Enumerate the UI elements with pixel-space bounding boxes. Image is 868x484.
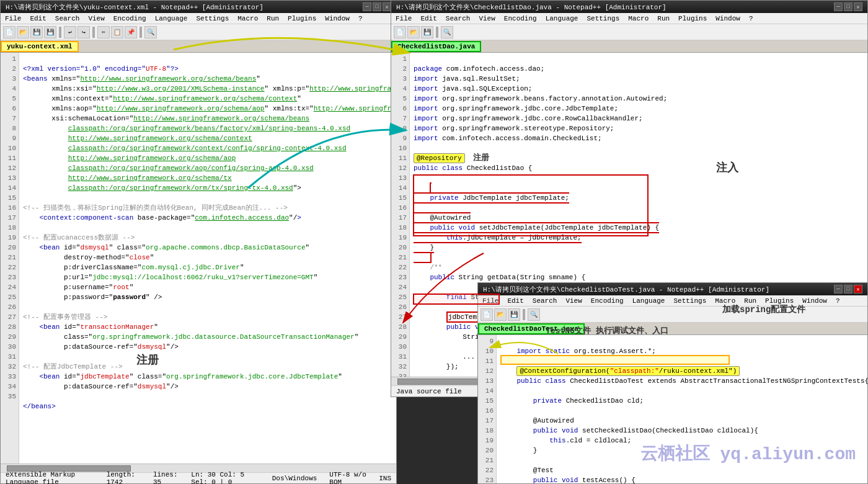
- dao-menu-language[interactable]: Language: [544, 14, 580, 23]
- xml-menu-window[interactable]: Window: [323, 14, 352, 23]
- dao-menu-encoding[interactable]: Encoding: [502, 14, 539, 23]
- dao-menu-help[interactable]: ?: [747, 14, 755, 23]
- xml-tab-label: yuku-context.xml: [7, 43, 73, 50]
- test-search-icon[interactable]: 🔍: [528, 308, 540, 321]
- test-menu-macro[interactable]: Macro: [713, 297, 737, 305]
- test-save-icon[interactable]: 💾: [508, 308, 520, 321]
- xml-menu-edit[interactable]: Edit: [28, 14, 48, 23]
- test-menu-view[interactable]: View: [564, 297, 583, 305]
- dao-title-text: H:\请拷贝到这个文件夹\CheckedlistDao.java - Notep…: [396, 2, 666, 12]
- copy-icon[interactable]: 📋: [111, 26, 123, 38]
- xml-menu-search[interactable]: Search: [53, 14, 82, 23]
- test-menu-settings[interactable]: Settings: [671, 297, 708, 305]
- test-code-content: import static org.testng.Assert.*; @Cont…: [497, 335, 867, 483]
- xml-maximize-btn[interactable]: □: [373, 2, 381, 11]
- search-toolbar-icon[interactable]: 🔍: [144, 26, 157, 38]
- xml-title-text: H:\请拷贝到这个文件夹\yuku-context.xml - Notepad+…: [6, 2, 264, 12]
- dao-menu-plugins[interactable]: Plugins: [676, 14, 709, 23]
- dao-tab[interactable]: CheckedlistDao.java: [391, 41, 481, 52]
- test-open-icon[interactable]: 📂: [494, 308, 507, 321]
- xml-file-type: eXtensible Markup Language file: [6, 471, 94, 485]
- xml-minimize-btn[interactable]: ─: [363, 2, 371, 11]
- test-code-area: 9101112131415161718192021222324 import s…: [478, 335, 867, 483]
- test-menu-help[interactable]: ?: [834, 297, 842, 305]
- xml-menu-file[interactable]: File: [3, 14, 23, 23]
- xml-menu-macro[interactable]: Macro: [236, 14, 260, 23]
- xml-dos-windows: Dos\Windows: [272, 475, 317, 482]
- dao-title-bar: H:\请拷贝到这个文件夹\CheckedlistDao.java - Notep…: [391, 1, 867, 13]
- dao-save-icon[interactable]: 💾: [421, 26, 433, 38]
- xml-window-controls[interactable]: ─ □ ✕: [363, 2, 391, 11]
- xml-menu-settings[interactable]: Settings: [194, 14, 231, 23]
- test-maximize-btn[interactable]: □: [844, 285, 852, 294]
- test-menu-window[interactable]: Window: [800, 297, 829, 305]
- dao-line-numbers: 1234567891011121314151617181920212223242…: [391, 53, 410, 377]
- xml-length: length: 1742: [107, 471, 141, 485]
- xml-code-area: 1234567891011121314151617181920212223242…: [1, 53, 396, 464]
- test-close-btn[interactable]: ✕: [854, 285, 862, 294]
- dao-menu-view[interactable]: View: [477, 14, 497, 23]
- xml-title-bar: H:\请拷贝到这个文件夹\yuku-context.xml - Notepad+…: [1, 1, 396, 13]
- xml-line-numbers: 1234567891011121314151617181920212223242…: [1, 53, 19, 464]
- test-tab-bar: CheckedlistDaoTest.java: [478, 323, 867, 335]
- xml-menu-run[interactable]: Run: [265, 14, 281, 23]
- dao-maximize-btn[interactable]: □: [844, 2, 852, 11]
- test-menu-edit[interactable]: Edit: [505, 297, 525, 305]
- xml-position: Ln: 30 Col: 5 Sel: 0 | 0: [191, 471, 259, 485]
- xml-lines: lines: 35: [153, 471, 179, 485]
- dao-menu-run[interactable]: Run: [655, 14, 671, 23]
- test-toolbar: 📄 📂 💾 🔍: [478, 307, 867, 323]
- test-menu-search[interactable]: Search: [531, 297, 559, 305]
- test-line-numbers: 9101112131415161718192021222324: [478, 335, 497, 483]
- test-menu-encoding[interactable]: Encoding: [589, 297, 626, 305]
- xml-menu-encoding[interactable]: Encoding: [112, 14, 148, 23]
- dao-tab-label: CheckedlistDao.java: [397, 43, 475, 50]
- test-title-text: H:\请拷贝到这个文件夹\CheckedlistDaoTest.java - N…: [483, 285, 769, 294]
- dao-menu-edit[interactable]: Edit: [418, 14, 438, 23]
- test-tab[interactable]: CheckedlistDaoTest.java: [478, 323, 585, 334]
- dao-close-btn[interactable]: ✕: [854, 2, 862, 11]
- open-file-icon[interactable]: 📂: [17, 26, 29, 38]
- new-file-icon[interactable]: 📄: [3, 26, 16, 38]
- dao-menu-search[interactable]: Search: [444, 14, 472, 23]
- xml-menu-plugins[interactable]: Plugins: [286, 14, 318, 23]
- save-icon[interactable]: 💾: [30, 26, 43, 38]
- dao-menu-window[interactable]: Window: [714, 14, 742, 23]
- dao-file-type: Java source file: [396, 388, 462, 395]
- dao-menu-settings[interactable]: Settings: [585, 14, 621, 23]
- test-menu-run[interactable]: Run: [742, 297, 758, 305]
- test-menu-language[interactable]: Language: [631, 297, 667, 305]
- test-new-icon[interactable]: 📄: [480, 308, 493, 321]
- dao-menu-file[interactable]: File: [394, 14, 414, 23]
- save-all-icon[interactable]: 💾: [44, 26, 56, 38]
- test-menu-bar: File Edit Search View Encoding Language …: [478, 295, 867, 307]
- test-menu-plugins[interactable]: Plugins: [763, 297, 795, 305]
- test-window: H:\请拷贝到这个文件夹\CheckedlistDaoTest.java - N…: [477, 282, 868, 484]
- xml-toolbar: 📄 📂 💾 💾 ↩ ↪ ✂ 📋 📌 🔍: [1, 24, 396, 40]
- xml-menu-language[interactable]: Language: [153, 14, 190, 23]
- xml-tab-bar: yuku-context.xml: [1, 40, 396, 53]
- xml-window: H:\请拷贝到这个文件夹\yuku-context.xml - Notepad+…: [0, 0, 397, 484]
- xml-menu-bar: File Edit Search View Encoding Language …: [1, 13, 396, 24]
- paste-icon[interactable]: 📌: [125, 26, 137, 38]
- cut-icon[interactable]: ✂: [97, 26, 110, 38]
- xml-encoding-status: UTF-8 w/o BOM: [329, 471, 366, 485]
- xml-tab[interactable]: yuku-context.xml: [1, 41, 79, 52]
- test-minimize-btn[interactable]: ─: [834, 285, 843, 294]
- dao-menu-macro[interactable]: Macro: [626, 14, 650, 23]
- dao-window-controls[interactable]: ─ □ ✕: [834, 2, 862, 11]
- test-title-bar: H:\请拷贝到这个文件夹\CheckedlistDaoTest.java - N…: [478, 283, 867, 295]
- redo-icon[interactable]: ↪: [78, 26, 90, 38]
- undo-icon[interactable]: ↩: [64, 26, 76, 38]
- xml-menu-help[interactable]: ?: [356, 14, 365, 23]
- dao-open-icon[interactable]: 📂: [407, 26, 420, 38]
- xml-close-btn[interactable]: ✕: [383, 2, 391, 11]
- dao-search-icon[interactable]: 🔍: [441, 26, 453, 38]
- test-menu-file[interactable]: File: [480, 297, 500, 305]
- dao-new-icon[interactable]: 📄: [394, 26, 406, 38]
- xml-menu-view[interactable]: View: [86, 14, 106, 23]
- test-window-controls[interactable]: ─ □ ✕: [834, 285, 862, 294]
- xml-status-bar: eXtensible Markup Language file length: …: [1, 472, 396, 483]
- dao-toolbar: 📄 📂 💾 🔍: [391, 24, 867, 40]
- dao-minimize-btn[interactable]: ─: [834, 2, 843, 11]
